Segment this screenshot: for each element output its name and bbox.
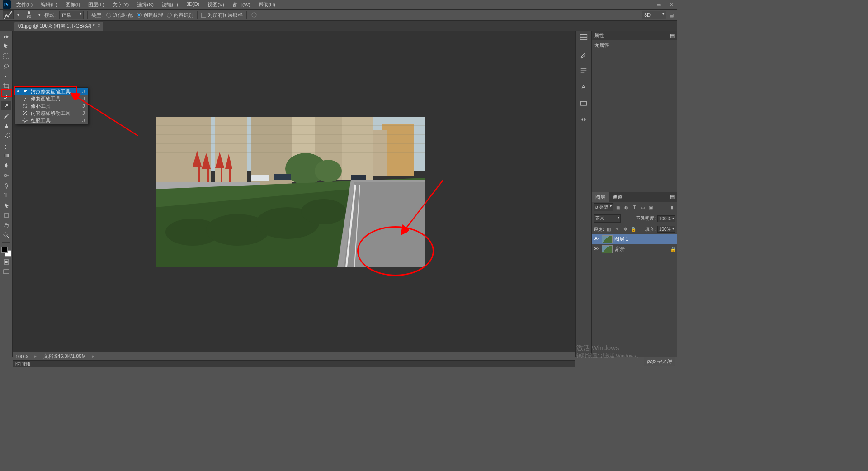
window-controls: — ▭ ✕	[643, 1, 675, 8]
radio-content-aware[interactable]: 内容识别	[167, 12, 193, 19]
blur-tool[interactable]	[1, 161, 11, 170]
pen-tool[interactable]	[1, 181, 11, 190]
threed-settings-icon[interactable]: ▤	[668, 11, 675, 19]
lock-pixels-icon[interactable]: ✎	[614, 226, 620, 233]
radio-proximity-match[interactable]: 近似匹配	[106, 12, 133, 19]
history-brush-tool[interactable]	[1, 131, 11, 140]
menu-help[interactable]: 帮助(H)	[257, 0, 277, 9]
adjustments-panel-icon[interactable]	[579, 115, 588, 124]
document-image	[156, 117, 425, 267]
layer-thumbnail[interactable]	[602, 245, 613, 253]
window-minimize-icon[interactable]: —	[643, 1, 649, 8]
zoom-tool[interactable]	[1, 231, 11, 240]
clone-stamp-tool[interactable]	[1, 121, 11, 130]
fill-value[interactable]: 100%	[657, 226, 675, 233]
mode-select[interactable]: 正常	[59, 11, 84, 19]
gradient-tool[interactable]	[1, 151, 11, 160]
menu-filter[interactable]: 滤镜(T)	[160, 0, 180, 9]
channels-tab[interactable]: 通道	[609, 192, 626, 202]
filter-shape-icon[interactable]: ▭	[639, 204, 646, 210]
history-panel-icon[interactable]	[579, 33, 588, 43]
lasso-tool[interactable]	[1, 62, 11, 71]
svg-rect-16	[382, 124, 414, 176]
window-restore-icon[interactable]: ▭	[656, 1, 662, 8]
threed-mode-select[interactable]: 3D	[642, 11, 666, 19]
flyout-red-eye-tool[interactable]: 红眼工具 J	[15, 117, 88, 124]
filter-adjustment-icon[interactable]: ◐	[623, 204, 629, 210]
opacity-value[interactable]: 100%	[657, 215, 675, 222]
document-tab[interactable]: 01.jpg @ 100% (图层 1, RGB/8#) *	[14, 22, 103, 31]
brush-preset-picker[interactable]: 90	[23, 10, 35, 20]
layer-name[interactable]: 背景	[614, 246, 624, 252]
brush-panel-icon[interactable]	[579, 50, 588, 59]
magic-wand-tool[interactable]	[1, 71, 11, 81]
tab-handle-icon[interactable]: ▸▸	[1, 32, 11, 41]
lock-position-icon[interactable]: ✥	[622, 226, 628, 233]
flyout-healing-brush[interactable]: 修复画笔工具 J	[15, 95, 88, 102]
brush-dropdown-icon[interactable]: ▾	[38, 13, 41, 17]
flyout-item-shortcut: J	[73, 110, 85, 116]
rectangle-tool[interactable]	[1, 211, 11, 220]
color-swatches[interactable]	[1, 247, 11, 257]
path-selection-tool[interactable]	[1, 201, 11, 210]
layer-row[interactable]: 👁 图层 1	[592, 234, 677, 244]
current-tool-icon[interactable]	[3, 10, 14, 19]
spot-healing-brush-tool[interactable]	[1, 101, 11, 110]
visibility-eye-icon[interactable]: 👁	[594, 246, 600, 252]
foreground-color-swatch[interactable]	[1, 247, 8, 253]
crop-tool[interactable]	[1, 81, 11, 90]
menu-window[interactable]: 窗口(W)	[231, 0, 252, 9]
filter-toggle-icon[interactable]: ▮	[669, 204, 675, 210]
flyout-patch-tool[interactable]: 修补工具 J	[15, 102, 88, 109]
quick-mask-icon[interactable]	[1, 257, 11, 266]
paragraph-panel-icon[interactable]	[579, 66, 588, 75]
menu-3d[interactable]: 3D(D)	[184, 0, 201, 9]
radio-create-texture[interactable]: 创建纹理	[137, 12, 163, 19]
eraser-tool[interactable]	[1, 141, 11, 150]
pressure-icon[interactable]	[250, 11, 258, 19]
svg-rect-39	[580, 38, 587, 40]
check-sample-all-layers[interactable]: 对所有图层取样	[201, 12, 243, 19]
tool-preset-dropdown-icon[interactable]: ▾	[17, 13, 19, 17]
menu-view[interactable]: 视图(V)	[206, 0, 226, 9]
dodge-tool[interactable]	[1, 171, 11, 180]
marquee-tool[interactable]	[1, 52, 11, 61]
flyout-content-aware-move[interactable]: 内容感知移动工具 J	[15, 109, 88, 117]
window-close-icon[interactable]: ✕	[668, 1, 675, 8]
layer-filter-kind-select[interactable]: ρ 类型	[594, 203, 613, 211]
lock-all-icon[interactable]: 🔒	[630, 226, 637, 233]
flyout-spot-healing-brush[interactable]: 污点修复画笔工具 J	[15, 88, 88, 95]
properties-panel-header[interactable]: 属性 ▤	[592, 31, 677, 40]
type-tool[interactable]: T	[1, 191, 11, 200]
filter-smart-icon[interactable]: ▣	[647, 204, 654, 210]
canvas-area[interactable]	[13, 31, 575, 357]
layer-row[interactable]: 👁 背景 🔒	[592, 244, 677, 254]
eyedropper-tool[interactable]	[1, 91, 11, 100]
hand-tool[interactable]	[1, 221, 11, 230]
zoom-level[interactable]: 100%	[15, 354, 28, 359]
styles-panel-icon[interactable]	[579, 99, 588, 108]
character-panel-icon[interactable]: A	[579, 82, 588, 91]
blend-mode-select[interactable]: 正常	[594, 214, 621, 223]
screen-mode-icon[interactable]	[1, 267, 11, 276]
menu-edit[interactable]: 编辑(E)	[39, 0, 59, 9]
healing-brush-icon	[22, 95, 28, 102]
menu-type[interactable]: 文字(Y)	[111, 0, 131, 9]
filter-pixel-icon[interactable]: ▦	[615, 204, 621, 210]
properties-tab[interactable]: 属性	[594, 32, 604, 39]
lock-transparent-icon[interactable]: ▨	[606, 226, 612, 233]
visibility-eye-icon[interactable]: 👁	[594, 236, 600, 243]
menu-image[interactable]: 图像(I)	[64, 0, 82, 9]
layer-name[interactable]: 图层 1	[614, 236, 628, 243]
panel-menu-icon[interactable]: ▤	[670, 33, 675, 38]
layer-thumbnail[interactable]	[602, 235, 613, 243]
filter-type-icon[interactable]: T	[631, 204, 637, 210]
layers-tab[interactable]: 图层	[592, 192, 609, 202]
timeline-bar[interactable]: 时间轴	[13, 360, 575, 367]
layers-panel-menu-icon[interactable]: ▤	[667, 192, 677, 202]
menu-layer[interactable]: 图层(L)	[86, 0, 106, 9]
brush-tool[interactable]	[1, 111, 11, 120]
move-tool[interactable]	[1, 42, 11, 51]
menu-select[interactable]: 选择(S)	[135, 0, 156, 9]
menu-file[interactable]: 文件(F)	[14, 0, 34, 9]
